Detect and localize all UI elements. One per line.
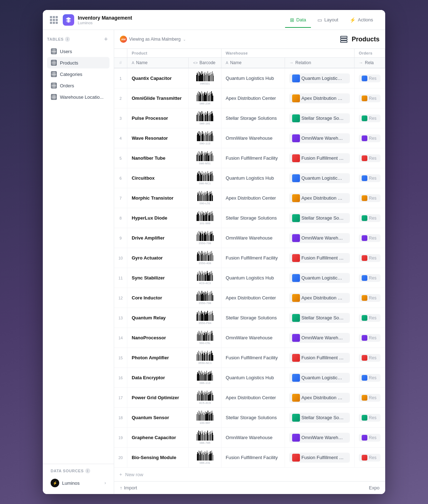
products-title-icon <box>339 34 349 44</box>
table-row[interactable]: 7Morphic Transistor 090-L51 Apex Distrib… <box>114 188 385 208</box>
table-row[interactable]: 1Quantix Capacitor 090321 Quantum Logist… <box>114 68 385 88</box>
tab-actions[interactable]: ⚡ Actions <box>345 15 378 25</box>
orders-res-text: Res <box>369 136 376 141</box>
sidebar-item-products-label: Products <box>60 60 78 66</box>
warehouse-name-text: Quantum Logistics Hub <box>226 275 274 281</box>
relation-cell: Apex Distribution Center <box>285 388 355 408</box>
relation-cell: OmniWare Warehouse <box>285 428 355 448</box>
col-header-warehouse-name[interactable]: A Name <box>221 58 285 68</box>
sidebar-item-users[interactable]: Users <box>47 46 109 57</box>
warehouse-name-cell: Fusion Fulfillment Facility <box>221 248 285 268</box>
relation-badge: OmniWare Warehouse <box>289 233 350 243</box>
table-row[interactable]: 6Circuitbox 086-NC1 Quantum Logistics Hu… <box>114 168 385 188</box>
viewing-as-badge[interactable]: AM Viewing as Alma Malmberg ⌄ <box>120 36 186 43</box>
col-header-barcode[interactable]: <> Barcode <box>189 58 221 68</box>
orders-badge: Res <box>359 274 381 282</box>
row-number: 13 <box>114 308 127 328</box>
orders-icon <box>362 135 367 141</box>
table-row[interactable]: 9Drive Amplifier 3550-798 OmniWare Wareh… <box>114 228 385 248</box>
orders-icon <box>362 455 367 461</box>
tab-data[interactable]: ⊞ Data <box>285 15 311 25</box>
col-type-code-icon: <> <box>193 61 198 65</box>
barcode-number: 4C5-4C9 <box>199 401 211 405</box>
barcode-number: 090321 <box>200 82 210 85</box>
add-table-button[interactable]: + <box>102 36 109 43</box>
tables-header: TABLES i + <box>47 36 109 43</box>
table-row[interactable]: 19Graphene Capacitor 086-785 OmniWare Wa… <box>114 428 385 448</box>
warehouse-name-text: OmniWare Warehouse <box>226 435 272 440</box>
col-header-product-name[interactable]: A Name <box>127 58 189 68</box>
orders-badge: Res <box>359 74 381 82</box>
user-avatar: AM <box>120 36 127 43</box>
table-row[interactable]: 11Sync Stabilizer 4C0-4C3 Quantum Logist… <box>114 268 385 288</box>
row-number: 19 <box>114 428 127 448</box>
relation-cell: Stellar Storage Solutions <box>285 408 355 428</box>
table-row[interactable]: 10Gyro Actuator 3550-408 Fusion Fulfillm… <box>114 248 385 268</box>
orders-res-text: Res <box>369 455 376 460</box>
col-header-orders[interactable]: → Rela <box>355 58 385 68</box>
orders-res-text: Res <box>369 395 376 400</box>
table-row[interactable]: 8HyperLux Diode 101-989 Stellar Storage … <box>114 208 385 228</box>
data-sources-info-icon[interactable]: i <box>85 468 90 473</box>
table-row[interactable]: 18Quantum Sensor 100-987 Stellar Storage… <box>114 408 385 428</box>
warehouse-name-text: Stellar Storage Solutions <box>226 415 277 420</box>
import-button[interactable]: ↑ Import <box>120 485 137 490</box>
warehouse-name-text: Stellar Storage Solutions <box>226 215 277 221</box>
orders-icon <box>362 395 367 401</box>
warehouse-name-cell: Stellar Storage Solutions <box>221 308 285 328</box>
table-row[interactable]: 14NanoProcessor 990-C5L OmniWare Warehou… <box>114 328 385 348</box>
table-row[interactable]: 5Nanofiber Tube 086-M51 Fusion Fulfillme… <box>114 148 385 168</box>
orders-icon <box>362 155 367 161</box>
table-row[interactable]: 3Pulse Processor 086-181 Stellar Storage… <box>114 108 385 128</box>
barcode-cell: 086-181 <box>189 108 221 128</box>
sidebar-item-orders[interactable]: Orders <box>47 80 109 91</box>
tab-layout[interactable]: ▭ Layout <box>312 15 343 25</box>
product-name-cell: Graphene Capacitor <box>127 428 189 448</box>
product-name-cell: Sync Stabilizer <box>127 268 189 288</box>
barcode-cell: 086-113 <box>189 368 221 388</box>
new-row-button[interactable]: ＋ New row <box>118 471 143 478</box>
warehouse-name-text: Apex Distribution Center <box>226 195 276 201</box>
col-type-text-icon: A <box>132 61 134 65</box>
grid-menu-icon[interactable] <box>50 16 58 24</box>
orders-icon <box>362 195 367 201</box>
table-row[interactable]: 16Data Encryptor 086-113 Quantum Logisti… <box>114 368 385 388</box>
luminos-label: Luminos <box>62 480 80 486</box>
barcode-number: 3550-P84 <box>199 322 212 325</box>
barcode-number: 101-989 <box>199 222 210 225</box>
product-name-cell: Gyro Actuator <box>127 248 189 268</box>
main-content: TABLES i + Users Products <box>43 30 385 494</box>
orders-relation-cell: Res <box>355 388 385 408</box>
relation-avatar <box>292 134 300 142</box>
data-source-luminos[interactable]: ⚡ Luminos › <box>47 476 109 490</box>
relation-badge: Fusion Fulfillment Facility <box>289 153 350 163</box>
relation-cell: Quantum Logistics Hub <box>285 268 355 288</box>
table-row[interactable]: 15Photon Amplifier 3550-NC1 Fusion Fulfi… <box>114 348 385 368</box>
table-row[interactable]: 12Core Inductor 3550-798 Apex Distributi… <box>114 288 385 308</box>
export-button[interactable]: Expo <box>369 485 379 490</box>
sidebar-item-categories[interactable]: Categories <box>47 68 109 80</box>
product-name-text: Pulse Processor <box>132 115 168 121</box>
product-name-cell: Wave Resonator <box>127 128 189 148</box>
sidebar-item-warehouse[interactable]: Warehouse Locatio... <box>47 91 109 103</box>
viewing-as-text: Viewing as Alma Malmberg <box>129 37 181 42</box>
table-row[interactable]: 17Power Grid Optimizer 4C5-4C9 Apex Dist… <box>114 388 385 408</box>
relation-name-text: Fusion Fulfillment Facility <box>301 155 344 161</box>
table-row[interactable]: 13Quantum Relay 3550-P84 Stellar Storage… <box>114 308 385 328</box>
relation-cell: OmniWare Warehouse <box>285 328 355 348</box>
barcode-cell: 090-113 <box>189 128 221 148</box>
relation-avatar <box>292 294 300 302</box>
table-row[interactable]: 20Bio-Sensing Module 086-231 Fusion Fulf… <box>114 448 385 468</box>
table-row[interactable]: 2OmniGlide Transmitter 086-234 Apex Dist… <box>114 88 385 108</box>
orders-res-text: Res <box>369 76 376 81</box>
tables-info-icon[interactable]: i <box>65 37 70 42</box>
relation-avatar <box>292 354 300 362</box>
row-number: 7 <box>114 188 127 208</box>
barcode-cell: 090-L51 <box>189 188 221 208</box>
new-row-plus-icon: ＋ <box>118 471 123 478</box>
sidebar-item-products[interactable]: Products <box>47 57 109 68</box>
table-row[interactable]: 4Wave Resonator 090-113 OmniWare Warehou… <box>114 128 385 148</box>
orders-badge: Res <box>359 154 381 162</box>
col-header-relation[interactable]: → Relation <box>285 58 355 68</box>
orders-res-text: Res <box>369 96 376 101</box>
